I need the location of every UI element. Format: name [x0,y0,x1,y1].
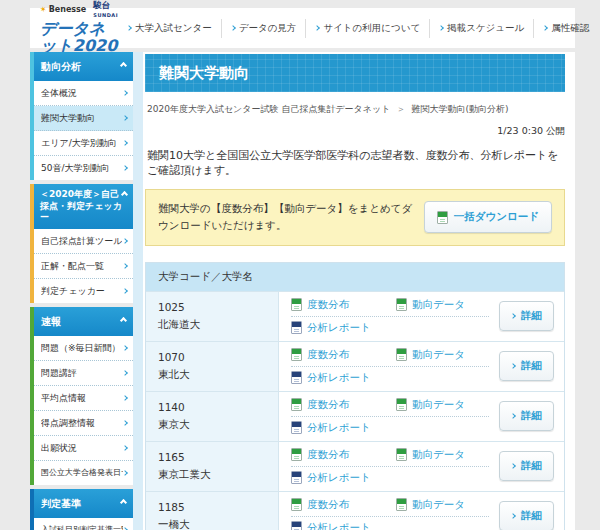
breadcrumb: 2020年度大学入試センター試験 自己採点集計データネット＞難関大学動向(動向分… [145,103,565,116]
trend-data-link-label: 動向データ [412,348,465,362]
sidebar-item-label: 出願状況 [41,442,77,454]
chevron-right-icon [126,25,132,31]
excel-file-icon [291,298,302,311]
analysis-report-link[interactable]: 分析レポート [291,421,396,435]
sidebar-item[interactable]: 50音/大学別動向 [34,156,133,180]
report-file-icon [291,321,302,334]
sidebar-section-header[interactable]: 速報 [34,307,133,336]
sidebar-section: 判定基準入試科目別判定基準一覧合格可能性判定基準 [30,489,133,530]
site-logo[interactable]: ✶Benesse 駿台 SUNDAI データネット2020 [40,1,118,55]
sidebar-item-label: 国公立大学合格発表日一覧 [41,467,123,479]
analysis-report-link[interactable]: 分析レポート [291,521,396,530]
sidebar-item-label: 自己採点計算ツール [41,235,122,247]
chevron-right-icon [122,238,128,244]
trend-data-link[interactable]: 動向データ [396,498,465,512]
chevron-right-icon [122,370,128,376]
excel-file-icon [396,298,407,311]
sidebar-section: 速報問題（※毎日新聞）問題講評平均点情報得点調整情報出願状況国公立大学合格発表日… [30,307,133,485]
sidebar-item[interactable]: 入試科目別判定基準一覧 [34,518,133,530]
analysis-report-link[interactable]: 分析レポート [291,471,396,485]
freq-distribution-link-label: 度数分布 [307,298,349,312]
sidebar-item[interactable]: 正解・配点一覧 [34,254,133,279]
sidebar-item-label: 得点調整情報 [41,417,95,429]
analysis-report-link[interactable]: 分析レポート [291,371,396,385]
sundai-logo: 駿台 SUNDAI [93,1,118,20]
freq-distribution-link[interactable]: 度数分布 [291,348,396,362]
detail-button[interactable]: 詳細 [499,301,554,331]
detail-button[interactable]: 詳細 [499,451,554,481]
analysis-report-link-label: 分析レポート [307,321,371,335]
links-row-top: 度数分布動向データ [291,348,489,362]
dotted-divider [291,316,489,317]
sidebar-item[interactable]: 全体概況 [34,81,133,106]
chevron-right-icon [122,420,128,426]
sidebar-section: ＜2020年度＞自己採点・判定チェッカー自己採点計算ツール正解・配点一覧判定チェ… [30,184,133,303]
top-nav-item[interactable]: 大学入試センター [118,19,221,38]
detail-button[interactable]: 詳細 [499,351,554,381]
code-cell: 1140東京大 [146,392,279,441]
trend-data-link-label: 動向データ [412,298,465,312]
sidebar-section-title: 判定基準 [41,497,81,510]
links-row-bottom: 分析レポート [291,321,489,335]
top-nav-item[interactable]: データの見方 [221,19,306,38]
chevron-right-icon [122,115,128,121]
sidebar-item[interactable]: 平均点情報 [34,386,133,411]
sidebar-section-header[interactable]: 動向分析 [34,52,133,81]
breadcrumb-root-link[interactable]: 2020年度大学入試センター試験 自己採点集計データネット [147,104,390,114]
sidebar-item[interactable]: 問題（※毎日新聞） [34,336,133,361]
top-nav-item[interactable]: 掲載スケジュール [429,19,533,38]
detail-button[interactable]: 詳細 [499,401,554,431]
sidebar-item[interactable]: 国公立大学合格発表日一覧 [34,461,133,485]
sidebar-section-header[interactable]: ＜2020年度＞自己採点・判定チェッカー [34,184,133,229]
links-block: 度数分布動向データ分析レポート [291,398,489,435]
university-name: 東京大 [158,416,266,433]
sidebar-item[interactable]: 出願状況 [34,436,133,461]
bulk-download-button[interactable]: 一括ダウンロード [424,201,552,233]
code-cell: 1185一橋大 [146,492,279,530]
sidebar-section-title: 速報 [41,315,61,328]
university-code: 1070 [158,349,266,366]
freq-distribution-link[interactable]: 度数分布 [291,448,396,462]
sidebar-section-title: 動向分析 [41,60,81,73]
trend-data-link[interactable]: 動向データ [396,398,465,412]
sidebar-item-label: エリア/大学別動向 [41,137,117,149]
links-row-bottom: 分析レポート [291,371,489,385]
sidebar-item[interactable]: 得点調整情報 [34,411,133,436]
top-nav-item[interactable]: サイトの利用について [305,19,429,38]
top-nav-item[interactable]: 属性確認 [533,19,598,38]
detail-button[interactable]: 詳細 [499,501,554,530]
excel-file-icon [396,348,407,361]
chevron-right-icon [510,363,516,369]
sidebar-item[interactable]: 判定チェッカー [34,279,133,303]
excel-file-icon [396,498,407,511]
page-title: 難関大学動向 [159,64,249,82]
trend-data-link[interactable]: 動向データ [396,298,465,312]
chevron-up-icon [120,62,127,69]
links-row-top: 度数分布動向データ [291,448,489,462]
links-block: 度数分布動向データ分析レポート [291,498,489,530]
chevron-right-icon [122,90,128,96]
analysis-report-link-label: 分析レポート [307,421,371,435]
chevron-up-icon [120,317,127,324]
sidebar-item[interactable]: 難関大学動向 [34,106,133,131]
table-row: 1185一橋大度数分布動向データ分析レポート詳細 [146,491,564,530]
chevron-right-icon [122,345,128,351]
links-row-top: 度数分布動向データ [291,498,489,512]
report-file-icon [291,371,302,384]
top-nav-item-label: 掲載スケジュール [447,22,524,35]
analysis-report-link[interactable]: 分析レポート [291,321,396,335]
trend-data-link[interactable]: 動向データ [396,448,465,462]
links-row-bottom: 分析レポート [291,471,489,485]
freq-distribution-link[interactable]: 度数分布 [291,398,396,412]
freq-distribution-link[interactable]: 度数分布 [291,498,396,512]
freq-distribution-link[interactable]: 度数分布 [291,298,396,312]
sidebar-item[interactable]: 問題講評 [34,361,133,386]
links-row-bottom: 分析レポート [291,421,489,435]
table-row: 1140東京大度数分布動向データ分析レポート詳細 [146,391,564,441]
chevron-right-icon [542,25,548,31]
sidebar-item[interactable]: エリア/大学別動向 [34,131,133,156]
university-name: 一橋大 [158,516,266,530]
sidebar-item[interactable]: 自己採点計算ツール [34,229,133,254]
sidebar-section-header[interactable]: 判定基準 [34,489,133,518]
trend-data-link[interactable]: 動向データ [396,348,465,362]
